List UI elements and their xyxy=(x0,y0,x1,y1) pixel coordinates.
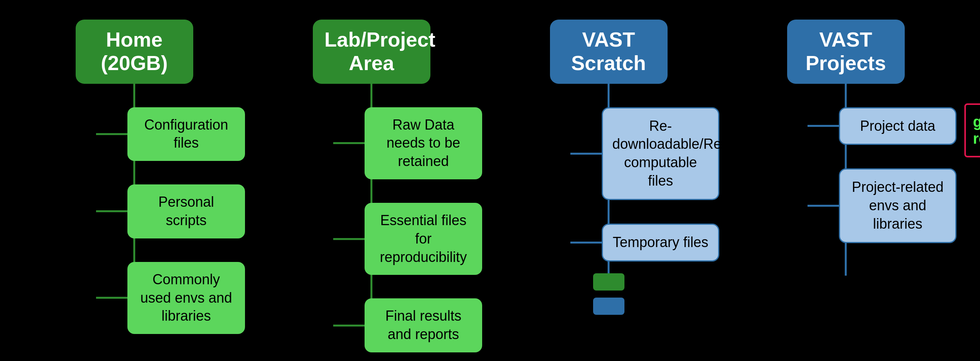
git-repo-box: git repositories. xyxy=(964,103,980,157)
lab-branch-3 xyxy=(333,325,365,327)
vast-scratch-branch-1 xyxy=(570,153,602,155)
lab-column: Lab/Project Area Raw Data needs to be re… xyxy=(253,12,490,352)
vast-scratch-column: VAST Scratch Re-downloadable/Re-computab… xyxy=(490,12,727,315)
vast-projects-child-envs: Project-related envs and libraries xyxy=(839,168,956,243)
git-line2: repositories. xyxy=(973,130,980,147)
legend-blue-box xyxy=(593,298,624,315)
lab-child-rawdata: Raw Data needs to be retained xyxy=(365,107,482,179)
home-branch-1 xyxy=(96,133,127,135)
home-child-config: Configuration files xyxy=(127,107,245,161)
lab-child-final: Final results and reports xyxy=(365,298,482,352)
diagram: Home (20GB) Configuration files Personal… xyxy=(0,0,980,361)
vast-scratch-child-temp: Temporary files xyxy=(602,224,719,262)
home-header: Home (20GB) xyxy=(76,20,193,84)
home-child-scripts: Personal scripts xyxy=(127,184,245,238)
home-column: Home (20GB) Configuration files Personal… xyxy=(16,12,253,334)
vast-scratch-header: VAST Scratch xyxy=(550,20,668,84)
vast-scratch-branch-2 xyxy=(570,242,602,244)
lab-branch-1 xyxy=(333,142,365,144)
lab-header: Lab/Project Area xyxy=(313,20,430,84)
lab-branch-2 xyxy=(333,238,365,240)
legend-green-box xyxy=(593,273,624,291)
home-branch-2 xyxy=(96,210,127,212)
legend xyxy=(593,273,624,315)
vast-scratch-child-redownload: Re-downloadable/Re-computable files xyxy=(602,107,719,200)
vast-projects-header: VAST Projects xyxy=(787,20,905,84)
lab-child-essential: Essential files for reproducibility xyxy=(365,203,482,275)
git-line1: git xyxy=(973,114,980,130)
vast-projects-column: VAST Projects Project data git repositor… xyxy=(727,12,964,243)
vast-projects-child-data: Project data xyxy=(839,107,956,145)
vast-projects-branch-2 xyxy=(808,205,839,207)
home-branch-3 xyxy=(96,297,127,299)
vast-projects-branch-1 xyxy=(808,125,839,127)
home-child-envs: Commonly used envs and libraries xyxy=(127,262,245,334)
